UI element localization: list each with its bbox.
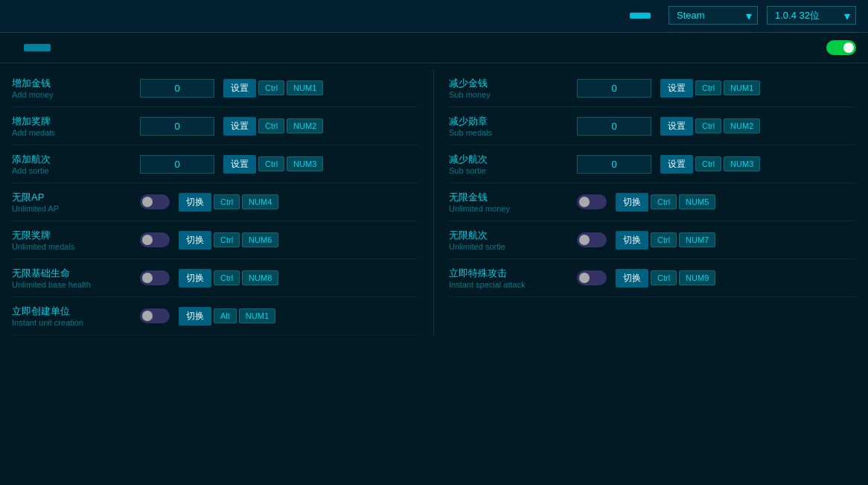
cheat-name-block: 无限APUnlimited AP [12,191,131,213]
cheat-name-en: Unlimited money [449,204,568,213]
cheat-row: 无限航次Unlimited sortie切换CtrlNUM7 [449,221,856,259]
cheat-name-cn: 无限金钱 [449,191,568,204]
cheat-value-input[interactable] [140,117,214,136]
cheat-name-cn: 添加航次 [12,153,131,166]
cheat-value-input[interactable] [577,79,651,98]
cheat-action-button[interactable]: 切换 [179,193,211,212]
hotkey-display: 设置CtrlNUM3 [660,155,760,174]
cheat-name-en: Add medals [12,128,131,137]
hotkey-display: 设置CtrlNUM2 [223,117,323,136]
cheat-name-block: 增加奖牌Add medals [12,115,131,137]
cheat-name-cn: 无限奖牌 [12,229,131,242]
cheat-name-cn: 减少航次 [449,153,568,166]
cheat-action-button[interactable]: 设置 [223,79,256,98]
cheat-value-input[interactable] [140,79,214,98]
cheat-action-button[interactable]: 设置 [660,155,693,174]
cheat-toggle[interactable] [577,232,607,247]
cheat-toggle[interactable] [577,270,607,285]
cheat-row: 无限基础生命Unlimited base health切换CtrlNUM8 [12,259,418,297]
hotkey-display: 切换CtrlNUM6 [179,231,278,250]
hotkey-display: 切换AltNUM1 [179,307,275,326]
cheat-toggle[interactable] [140,232,170,247]
hotkey-display: 设置CtrlNUM3 [223,155,323,174]
cheat-name-cn: 立即特殊攻击 [449,267,568,280]
cheat-name-en: Unlimited sortie [449,242,568,251]
content-area: 增加金钱Add money设置CtrlNUM1增加奖牌Add medals设置C… [0,63,868,485]
platform-select[interactable]: Steam [668,6,758,25]
cheat-name-en: Instant unit creation [12,318,131,327]
cheat-action-button[interactable]: 切换 [616,231,648,250]
cheat-name-block: 添加航次Add sortie [12,153,131,175]
cheat-action-button[interactable]: 切换 [179,307,211,326]
cheat-value-input[interactable] [140,155,214,174]
cheat-value-input[interactable] [577,155,651,174]
right-column: 减少金钱Sub money设置CtrlNUM1减少勋章Sub medals设置C… [434,69,856,335]
hotkey-toggle[interactable] [826,40,856,55]
cheat-toggle[interactable] [140,194,170,209]
header-controls: Steam 1.0.4 32位 [621,6,856,25]
cheat-name-cn: 增加奖牌 [12,115,131,128]
cheat-action-button[interactable]: 切换 [616,193,648,212]
cheat-name-cn: 无限基础生命 [12,267,131,280]
platform-select-wrapper: Steam [668,6,758,25]
cheat-name-block: 立即创建单位Instant unit creation [12,305,131,327]
cheat-name-en: Sub sortie [449,166,568,175]
cheat-row: 无限金钱Unlimited money切换CtrlNUM5 [449,183,856,221]
cheat-name-cn: 减少金钱 [449,77,568,90]
cheat-row: 增加金钱Add money设置CtrlNUM1 [12,69,418,107]
close-all-button[interactable] [24,44,51,51]
cheat-action-button[interactable]: 切换 [179,269,211,288]
cheat-name-block: 增加金钱Add money [12,77,131,99]
cheat-name-cn: 无限AP [12,191,131,204]
cheat-action-button[interactable]: 设置 [660,79,693,98]
cheat-name-cn: 增加金钱 [12,77,131,90]
cheat-row: 添加航次Add sortie设置CtrlNUM3 [12,145,418,183]
cheat-action-button[interactable]: 切换 [616,269,648,288]
cheat-name-block: 减少航次Sub sortie [449,153,568,175]
cheat-action-button[interactable]: 设置 [223,117,256,136]
cheat-name-en: Add money [12,90,131,99]
app-container: Steam 1.0.4 32位 [0,0,868,485]
cheat-action-button[interactable]: 设置 [660,117,693,136]
cheat-name-cn: 立即创建单位 [12,305,131,318]
cheat-row: 减少勋章Sub medals设置CtrlNUM2 [449,107,856,145]
cheat-toggle[interactable] [140,270,170,285]
cheat-row: 无限APUnlimited AP切换CtrlNUM4 [12,183,418,221]
cheat-row: 立即特殊攻击Instant special attack切换CtrlNUM9 [449,259,856,297]
cheat-row: 无限奖牌Unlimited medals切换CtrlNUM6 [12,221,418,259]
cheat-name-en: Unlimited base health [12,280,131,289]
version-select-wrapper: 1.0.4 32位 [767,6,856,25]
cheat-toggle[interactable] [577,194,607,209]
cheat-name-block: 减少勋章Sub medals [449,115,568,137]
cheat-action-button[interactable]: 切换 [179,231,211,250]
hotkey-group [820,40,856,55]
cheat-action-button[interactable]: 设置 [223,155,256,174]
toolbar-right [820,40,856,55]
cheat-row: 减少金钱Sub money设置CtrlNUM1 [449,69,856,107]
hotkey-display: 设置CtrlNUM1 [660,79,760,98]
hotkey-display: 切换CtrlNUM4 [179,193,278,212]
toolbar [0,33,868,63]
cheat-name-block: 立即特殊攻击Instant special attack [449,267,568,289]
version-select[interactable]: 1.0.4 32位 [767,6,856,25]
hotkey-display: 切换CtrlNUM5 [616,193,715,212]
cheat-name-en: Unlimited AP [12,204,131,213]
hotkey-display: 切换CtrlNUM7 [616,231,715,250]
header: Steam 1.0.4 32位 [0,0,868,33]
cheat-toggle[interactable] [140,308,170,323]
cheat-name-en: Add sortie [12,166,131,175]
cheat-name-en: Sub medals [449,128,568,137]
cheat-name-en: Instant special attack [449,280,568,289]
cheat-name-block: 无限奖牌Unlimited medals [12,229,131,251]
hotkey-display: 切换CtrlNUM8 [179,269,278,288]
cheat-name-en: Sub money [449,90,568,99]
cheat-name-block: 无限基础生命Unlimited base health [12,267,131,289]
cheat-name-en: Unlimited medals [12,242,131,251]
hotkey-display: 设置CtrlNUM1 [223,79,323,98]
cheat-name-cn: 减少勋章 [449,115,568,128]
cheat-name-cn: 无限航次 [449,229,568,242]
hotkey-display: 切换CtrlNUM9 [616,269,715,288]
cheat-row: 增加奖牌Add medals设置CtrlNUM2 [12,107,418,145]
mode-button[interactable] [630,13,651,19]
cheat-value-input[interactable] [577,117,651,136]
